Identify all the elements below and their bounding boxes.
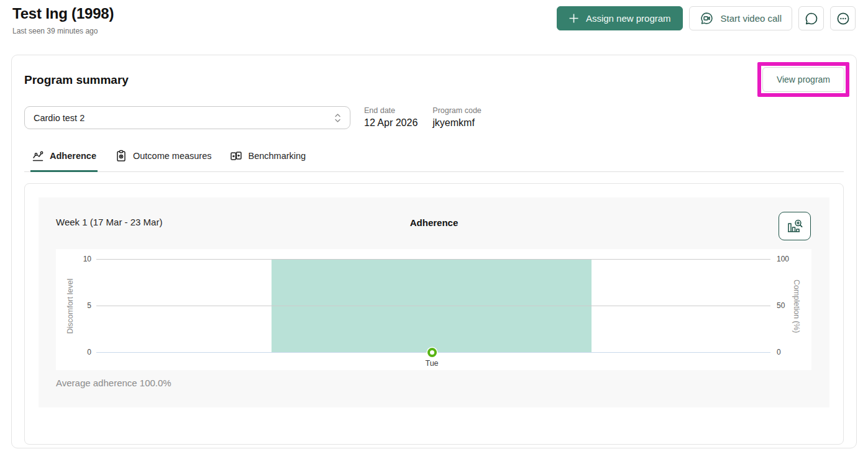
plus-icon — [569, 13, 579, 24]
clipboard-icon — [115, 150, 127, 162]
tab-outcome-measures[interactable]: Outcome measures — [114, 147, 213, 172]
last-seen-status: Last seen 39 minutes ago — [12, 27, 114, 35]
chat-button[interactable] — [798, 6, 824, 30]
x-tick-tue: Tue — [425, 359, 438, 368]
left-axis-label: Discomfort level — [66, 263, 75, 350]
adherence-card: Week 1 (17 Mar - 23 Mar) Adherence — [24, 183, 844, 445]
program-code-field: Program code jkyemkmf — [432, 106, 482, 129]
gridline-top — [96, 259, 770, 260]
gridline-middle — [96, 306, 770, 306]
discomfort-marker[interactable] — [427, 348, 437, 357]
assign-new-program-button[interactable]: Assign new program — [557, 6, 683, 30]
annotation-highlight: View program — [757, 62, 849, 97]
start-video-call-button[interactable]: Start video call — [689, 6, 792, 30]
tab-benchmarking[interactable]: Benchmarking — [229, 147, 307, 172]
left-tick-5: 5 — [73, 301, 91, 310]
adherence-plot: 10 5 0 100 50 0 Discomfort level Complet… — [56, 249, 811, 370]
tab-benchmarking-label: Benchmarking — [248, 151, 306, 161]
more-options-button[interactable] — [830, 6, 856, 30]
start-video-call-label: Start video call — [721, 13, 782, 24]
right-tick-50: 50 — [777, 301, 785, 310]
tab-outcome-measures-label: Outcome measures — [133, 151, 212, 161]
header-actions: Assign new program Start video call — [557, 6, 856, 30]
right-tick-0: 0 — [777, 348, 781, 356]
tab-adherence-label: Adherence — [50, 151, 96, 161]
program-code-label: Program code — [432, 106, 482, 115]
program-summary-panel: Program summary View program Cardio test… — [11, 55, 857, 448]
assign-new-program-label: Assign new program — [586, 13, 671, 24]
chart-zoom-icon — [786, 218, 803, 234]
right-tick-100: 100 — [777, 255, 789, 263]
end-date-field: End date 12 Apr 2026 — [364, 106, 418, 129]
page-title: Test Ing (1998) — [12, 5, 114, 22]
left-tick-10: 10 — [73, 255, 91, 263]
panel-title: Program summary — [24, 73, 844, 87]
average-adherence-label: Average adherence 100.0% — [56, 378, 171, 388]
program-code-value: jkyemkmf — [432, 117, 482, 129]
program-select[interactable]: Cardio test 2 — [24, 106, 350, 129]
page-header: Test Ing (1998) Last seen 39 minutes ago… — [0, 0, 868, 40]
program-row: Cardio test 2 End date 12 Apr 2026 Progr… — [24, 106, 844, 129]
view-program-button[interactable]: View program — [762, 67, 844, 92]
tab-bar: Adherence Outcome measures — [24, 147, 844, 172]
patient-info: Test Ing (1998) Last seen 39 minutes ago — [12, 5, 114, 35]
select-chevron-icon — [334, 112, 341, 124]
end-date-label: End date — [364, 106, 418, 115]
chart-title: Adherence — [39, 217, 829, 228]
end-date-value: 12 Apr 2026 — [364, 117, 418, 129]
benchmarking-icon — [230, 150, 242, 162]
video-call-icon — [700, 11, 714, 25]
adherence-chart-card: Week 1 (17 Mar - 23 Mar) Adherence — [39, 197, 829, 407]
tab-adherence[interactable]: Adherence — [30, 147, 98, 172]
right-axis-label: Completion (%) — [792, 263, 801, 350]
ellipsis-icon — [836, 11, 851, 26]
chart-zoom-button[interactable] — [779, 212, 811, 240]
chat-icon — [804, 11, 819, 26]
left-tick-0: 0 — [73, 348, 91, 356]
adherence-chart-icon — [32, 150, 44, 162]
program-select-value: Cardio test 2 — [34, 113, 85, 123]
